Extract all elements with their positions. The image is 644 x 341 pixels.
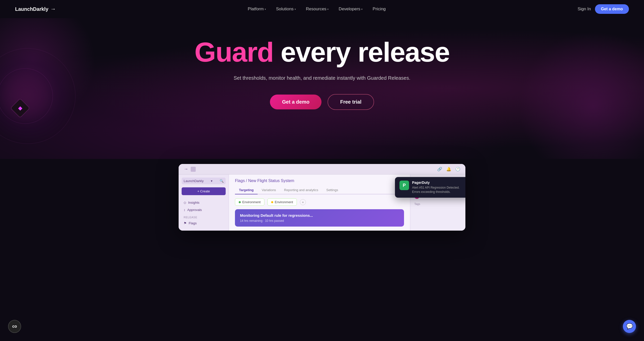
insights-icon: ◇	[184, 201, 186, 204]
chevron-down-icon: ▾	[265, 8, 266, 11]
approvals-icon: ↕	[184, 208, 185, 212]
nav-resources[interactable]: Resources ▾	[301, 5, 333, 14]
nav-developers[interactable]: Developers ▾	[334, 5, 367, 14]
monitoring-title: Monitoring Default rule for regressions.…	[240, 213, 399, 218]
nav-links: Platform ▾ Solutions ▾ Resources ▾ Devel…	[243, 5, 390, 14]
link-icon[interactable]: 🔗	[437, 167, 442, 172]
chevron-down-icon: ▾	[327, 8, 329, 11]
hero-buttons: Get a demo Free trial	[10, 94, 634, 110]
tags-label: Tags	[414, 202, 461, 205]
search-icon[interactable]: 🔍	[220, 179, 224, 183]
monitoring-card: Monitoring Default rule for regressions.…	[235, 209, 404, 227]
get-demo-hero-button[interactable]: Get a demo	[270, 95, 321, 109]
frame-topbar: → 🔗 🔔 🕐	[179, 164, 465, 175]
logo-arrow-icon: →	[50, 6, 56, 12]
copilot-label: co	[12, 324, 17, 329]
sign-in-link[interactable]: Sign In	[578, 7, 591, 12]
hero-title-pink: Guard	[194, 36, 273, 67]
chevron-down-icon: ▾	[361, 8, 363, 11]
sidebar-item-flags[interactable]: ⚑ Flags	[182, 220, 226, 227]
env-status-dot-yellow	[271, 201, 273, 203]
env-tag-green[interactable]: Environment	[235, 198, 264, 206]
add-environment-button[interactable]: +	[300, 199, 306, 205]
chevron-down-icon: ▾	[295, 8, 296, 11]
chevron-down-icon: ▾	[211, 179, 213, 183]
pagerduty-content: PagerDuty Alert #51 API Regression Detec…	[412, 181, 465, 194]
free-trial-button[interactable]: Free trial	[328, 94, 374, 110]
pagerduty-message: Alert #51 API Regression Detected. Error…	[412, 186, 465, 194]
tab-targeting[interactable]: Targeting	[235, 186, 258, 194]
chat-icon: 💬	[626, 323, 633, 330]
tab-variations[interactable]: Variations	[258, 186, 280, 194]
pagerduty-title: PagerDuty	[412, 181, 465, 185]
get-demo-nav-button[interactable]: Get a demo	[595, 4, 629, 14]
logo[interactable]: LaunchDarkly →	[15, 6, 56, 12]
breadcrumb: Flags / New Flight Status System	[235, 179, 404, 183]
logo-text: LaunchDarkly	[15, 6, 48, 12]
frame-main: Flags / New Flight Status System Targeti…	[229, 175, 410, 231]
sidebar-org-label: LaunchDarkly	[184, 179, 204, 183]
hero-section: ◆ Guard every release Set thresholds, mo…	[0, 18, 644, 159]
hero-title-white: every release	[273, 36, 450, 67]
pagerduty-notification: P PagerDuty Alert #51 API Regression Det…	[395, 177, 465, 198]
frame-tabs: Targeting Variations Reporting and analy…	[235, 186, 404, 194]
hero-title: Guard every release	[10, 38, 634, 66]
tab-settings[interactable]: Settings	[322, 186, 342, 194]
navbar: LaunchDarkly → Platform ▾ Solutions ▾ Re…	[0, 0, 644, 18]
history-icon[interactable]: 🕐	[455, 167, 460, 172]
chat-bubble-button[interactable]: 💬	[623, 320, 636, 333]
frame-topbar-right: 🔗 🔔 🕐	[437, 167, 460, 172]
flags-icon: ⚑	[184, 221, 187, 225]
pagerduty-icon: P	[399, 181, 409, 190]
monitoring-meta: 14 hrs remaining · 10 hrs passed	[240, 219, 399, 223]
product-frame: → 🔗 🔔 🕐 LaunchDarkly ▾ 🔍 + Create ◇	[179, 164, 465, 231]
hero-content: Guard every release Set thresholds, moni…	[10, 38, 634, 110]
frame-logo-arrow-icon: →	[184, 166, 188, 172]
sidebar-org-selector[interactable]: LaunchDarkly ▾ 🔍	[182, 178, 226, 184]
nav-pricing[interactable]: Pricing	[368, 5, 390, 14]
frame-topbar-icon	[191, 167, 196, 172]
nav-platform[interactable]: Platform ▾	[243, 5, 270, 14]
tags-field: Tags	[414, 202, 461, 205]
environment-row: Environment Environment +	[235, 198, 404, 206]
product-section: → 🔗 🔔 🕐 LaunchDarkly ▾ 🔍 + Create ◇	[0, 164, 644, 231]
tab-reporting[interactable]: Reporting and analytics	[280, 186, 322, 194]
copilot-button[interactable]: co	[8, 320, 21, 333]
env-status-dot-green	[239, 201, 241, 203]
sidebar-item-insights[interactable]: ◇ Insights	[182, 199, 226, 206]
env-tag-yellow[interactable]: Environment	[267, 198, 297, 206]
sidebar-item-approvals[interactable]: ↕ Approvals	[182, 206, 226, 213]
nav-solutions[interactable]: Solutions ▾	[271, 5, 300, 14]
nav-right: Sign In Get a demo	[578, 4, 629, 14]
create-button[interactable]: + Create	[182, 187, 226, 195]
frame-topbar-left: →	[184, 166, 196, 172]
bell-icon[interactable]: 🔔	[446, 167, 451, 172]
frame-sidebar: LaunchDarkly ▾ 🔍 + Create ◇ Insights ↕ A…	[179, 175, 229, 231]
hero-subtitle: Set thresholds, monitor health, and reme…	[10, 74, 634, 82]
sidebar-section-release: Release	[182, 214, 226, 220]
